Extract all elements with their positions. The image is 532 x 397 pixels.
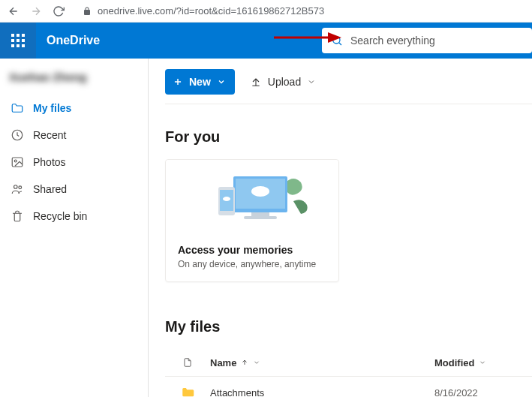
url-bar[interactable]: onedrive.live.com/?id=root&cid=161619862… bbox=[83, 5, 324, 17]
sidebar-item-label: Shared bbox=[33, 183, 67, 195]
top-bar: OneDrive bbox=[0, 23, 532, 59]
sidebar-item-shared[interactable]: Shared bbox=[0, 176, 148, 203]
chevron-down-icon bbox=[253, 359, 260, 366]
svg-rect-21 bbox=[244, 216, 277, 219]
svg-rect-5 bbox=[22, 39, 25, 42]
new-button-label: New bbox=[189, 76, 211, 88]
folder-icon bbox=[165, 386, 210, 397]
for-you-heading: For you bbox=[165, 128, 532, 146]
back-icon[interactable] bbox=[8, 5, 20, 17]
chevron-down-icon bbox=[217, 77, 226, 86]
plus-icon bbox=[173, 77, 183, 87]
svg-rect-2 bbox=[22, 34, 25, 37]
svg-rect-4 bbox=[17, 39, 20, 42]
svg-rect-7 bbox=[17, 44, 20, 47]
svg-point-16 bbox=[19, 186, 22, 189]
my-files-heading: My files bbox=[165, 318, 532, 335]
photo-icon bbox=[11, 155, 24, 169]
sidebar-item-label: Recycle bin bbox=[33, 210, 87, 222]
file-row[interactable]: Attachments 8/16/2022 bbox=[165, 377, 532, 397]
new-button[interactable]: New bbox=[165, 69, 235, 95]
chevron-down-icon bbox=[479, 359, 486, 366]
svg-rect-0 bbox=[11, 34, 14, 37]
svg-rect-6 bbox=[11, 44, 14, 47]
sidebar-item-photos[interactable]: Photos bbox=[0, 149, 148, 176]
svg-rect-13 bbox=[12, 158, 23, 167]
sidebar-item-label: Recent bbox=[33, 129, 66, 141]
svg-rect-20 bbox=[251, 212, 269, 216]
lock-icon bbox=[83, 7, 92, 16]
svg-point-15 bbox=[14, 185, 18, 189]
svg-point-14 bbox=[14, 160, 17, 162]
name-column-header[interactable]: Name bbox=[210, 357, 434, 368]
app-launcher-button[interactable] bbox=[0, 23, 36, 59]
svg-rect-8 bbox=[22, 44, 25, 47]
memories-illustration bbox=[166, 160, 338, 235]
sidebar-item-recent[interactable]: Recent bbox=[0, 122, 148, 149]
search-box[interactable] bbox=[322, 28, 532, 53]
search-input[interactable] bbox=[350, 35, 515, 47]
sidebar: Xuehao Zheng My files Recent Photos Shar… bbox=[0, 59, 149, 397]
url-text: onedrive.live.com/?id=root&cid=161619862… bbox=[98, 5, 324, 17]
people-icon bbox=[11, 182, 24, 196]
file-name: Attachments bbox=[210, 387, 434, 398]
sort-up-icon bbox=[241, 359, 248, 366]
memories-card[interactable]: Access your memories On any device, anyw… bbox=[165, 159, 339, 282]
search-icon bbox=[331, 35, 343, 47]
sidebar-item-label: My files bbox=[33, 102, 71, 114]
svg-rect-1 bbox=[17, 34, 20, 37]
user-name: Xuehao Zheng bbox=[9, 71, 86, 83]
file-list-header: Name Modified bbox=[165, 349, 532, 377]
sidebar-item-label: Photos bbox=[33, 156, 66, 168]
modified-column-header[interactable]: Modified bbox=[434, 357, 532, 368]
upload-button[interactable]: Upload bbox=[250, 76, 316, 88]
clock-icon bbox=[11, 128, 24, 142]
file-modified: 8/16/2022 bbox=[434, 387, 532, 398]
chevron-down-icon bbox=[307, 77, 316, 86]
memories-card-subtitle: On any device, anywhere, anytime bbox=[178, 259, 326, 269]
sidebar-item-my-files[interactable]: My files bbox=[0, 95, 148, 122]
app-title[interactable]: OneDrive bbox=[36, 34, 322, 47]
user-block[interactable]: Xuehao Zheng bbox=[0, 71, 148, 95]
svg-rect-3 bbox=[11, 39, 14, 42]
memories-card-title: Access your memories bbox=[178, 244, 326, 256]
sidebar-item-recycle-bin[interactable]: Recycle bin bbox=[0, 203, 148, 230]
folder-icon bbox=[11, 101, 24, 115]
svg-point-19 bbox=[251, 186, 269, 197]
content: New Upload For you bbox=[149, 59, 532, 397]
upload-button-label: Upload bbox=[268, 76, 301, 88]
svg-point-9 bbox=[333, 37, 340, 44]
file-type-column-icon[interactable] bbox=[165, 356, 210, 368]
reload-icon[interactable] bbox=[53, 5, 65, 17]
browser-bar: onedrive.live.com/?id=root&cid=161619862… bbox=[0, 0, 532, 23]
svg-point-24 bbox=[223, 197, 230, 201]
forward-icon[interactable] bbox=[30, 5, 42, 17]
toolbar: New Upload bbox=[165, 69, 532, 104]
upload-icon bbox=[250, 76, 262, 88]
trash-icon bbox=[11, 209, 24, 223]
